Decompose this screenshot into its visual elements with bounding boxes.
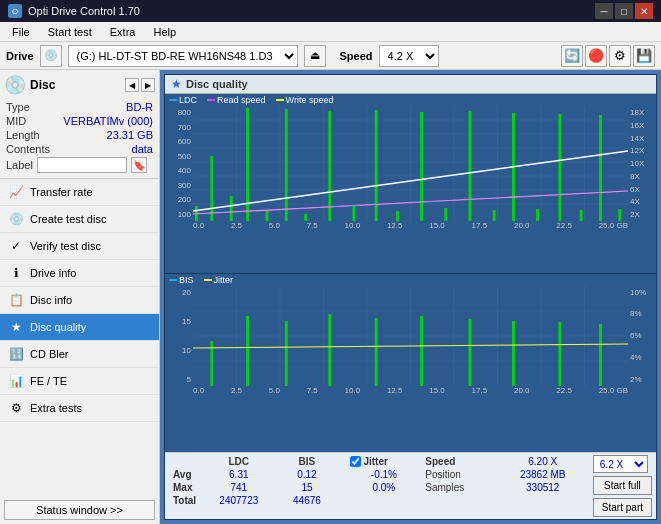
sidebar-item-verify-test-disc[interactable]: ✓ Verify test disc	[0, 233, 159, 260]
type-value: BD-R	[126, 101, 153, 113]
disc-prev-button[interactable]: ◀	[125, 78, 139, 92]
y2-15: 15	[165, 317, 191, 326]
menu-bar: File Start test Extra Help	[0, 22, 661, 42]
x1-17.5: 17.5	[472, 221, 488, 230]
minimize-button[interactable]: ─	[595, 3, 613, 19]
legend-write-speed-label: Write speed	[286, 95, 334, 105]
settings-button[interactable]: ⚙	[609, 45, 631, 67]
drive-bar: Drive 💿 (G:) HL-DT-ST BD-RE WH16NS48 1.D…	[0, 42, 661, 70]
menu-start-test[interactable]: Start test	[40, 24, 100, 40]
total-label: Total	[169, 494, 200, 507]
y2r-8pct: 8%	[630, 309, 656, 318]
start-full-button[interactable]: Start full	[593, 476, 652, 495]
y2-5: 5	[165, 375, 191, 384]
create-test-disc-label: Create test disc	[30, 213, 106, 225]
sidebar-item-create-test-disc[interactable]: 💿 Create test disc	[0, 206, 159, 233]
svg-rect-22	[304, 214, 307, 221]
svg-rect-52	[328, 314, 331, 386]
window-controls: ─ □ ✕	[595, 3, 653, 19]
menu-help[interactable]: Help	[145, 24, 184, 40]
disc-next-button[interactable]: ▶	[141, 78, 155, 92]
svg-rect-32	[536, 209, 539, 221]
app-icon: O	[8, 4, 22, 18]
maximize-button[interactable]: □	[615, 3, 633, 19]
create-test-disc-icon: 💿	[8, 211, 24, 227]
svg-rect-56	[512, 321, 515, 386]
drive-icon-button[interactable]: 💿	[40, 45, 62, 67]
burn-button[interactable]: 🔴	[585, 45, 607, 67]
sidebar-item-disc-quality[interactable]: ★ Disc quality	[0, 314, 159, 341]
jitter-header: Jitter	[363, 456, 387, 467]
x2-15: 15.0	[429, 386, 445, 395]
x1-7.5: 7.5	[307, 221, 318, 230]
legend-read-speed: Read speed	[207, 95, 266, 105]
y1-500: 500	[165, 152, 191, 161]
transfer-rate-label: Transfer rate	[30, 186, 93, 198]
y2r-6pct: 6%	[630, 331, 656, 340]
svg-rect-18	[230, 196, 233, 221]
sidebar-item-transfer-rate[interactable]: 📈 Transfer rate	[0, 179, 159, 206]
close-button[interactable]: ✕	[635, 3, 653, 19]
jitter-checkbox[interactable]	[350, 456, 361, 467]
start-part-button[interactable]: Start part	[593, 498, 652, 517]
disc-quality-icon: ★	[8, 319, 24, 335]
drive-label: Drive	[6, 50, 34, 62]
bis-chart-svg	[193, 286, 628, 386]
sidebar-item-disc-info[interactable]: 📋 Disc info	[0, 287, 159, 314]
length-label: Length	[6, 129, 40, 141]
extra-tests-label: Extra tests	[30, 402, 82, 414]
svg-rect-26	[396, 211, 399, 221]
legend-jitter-label: Jitter	[214, 275, 234, 285]
x2-25: 25.0 GB	[599, 386, 628, 395]
y1r-4x: 4X	[630, 197, 656, 206]
samples-val: 330512	[499, 481, 587, 494]
svg-rect-29	[469, 111, 472, 221]
y1-300: 300	[165, 181, 191, 190]
y1r-16x: 16X	[630, 121, 656, 130]
main-content: ★ Disc quality LDC Read speed	[160, 70, 661, 524]
speed-dropdown[interactable]: 6.2 X	[593, 455, 648, 473]
x1-0: 0.0	[193, 221, 204, 230]
sidebar-item-extra-tests[interactable]: ⚙ Extra tests	[0, 395, 159, 422]
menu-extra[interactable]: Extra	[102, 24, 144, 40]
max-jitter: 0.0%	[346, 481, 421, 494]
verify-test-disc-icon: ✓	[8, 238, 24, 254]
drive-select[interactable]: (G:) HL-DT-ST BD-RE WH16NS48 1.D3	[68, 45, 298, 67]
legend-bis: BIS	[169, 275, 194, 285]
disc-section-title: Disc	[30, 78, 55, 92]
save-button[interactable]: 💾	[633, 45, 655, 67]
app-title: Opti Drive Control 1.70	[28, 5, 140, 17]
disc-info-icon: 📋	[8, 292, 24, 308]
sidebar-item-fe-te[interactable]: 📊 FE / TE	[0, 368, 159, 395]
avg-ldc: 6.31	[200, 468, 277, 481]
max-label: Max	[169, 481, 200, 494]
drive-info-label: Drive info	[30, 267, 76, 279]
avg-jitter: -0.1%	[346, 468, 421, 481]
contents-label: Contents	[6, 143, 50, 155]
x2-20: 20.0	[514, 386, 530, 395]
avg-bis: 0.12	[277, 468, 336, 481]
x1-22.5: 22.5	[556, 221, 572, 230]
ldc-chart-svg	[193, 106, 628, 221]
x2-12.5: 12.5	[387, 386, 403, 395]
menu-file[interactable]: File	[4, 24, 38, 40]
refresh-button[interactable]: 🔄	[561, 45, 583, 67]
label-input[interactable]	[37, 157, 127, 173]
svg-rect-36	[618, 209, 621, 221]
y1r-8x: 8X	[630, 172, 656, 181]
x2-5: 5.0	[269, 386, 280, 395]
speed-select[interactable]: 4.2 X	[379, 45, 439, 67]
label-edit-button[interactable]: 🔖	[131, 157, 147, 173]
status-window-button[interactable]: Status window >>	[4, 500, 155, 520]
sidebar-item-drive-info[interactable]: ℹ Drive info	[0, 260, 159, 287]
svg-rect-50	[246, 316, 249, 386]
eject-button[interactable]: ⏏	[304, 45, 326, 67]
y1-800: 800	[165, 108, 191, 117]
sidebar: 💿 Disc ◀ ▶ Type BD-R MID VERBATIMv (000)…	[0, 70, 160, 524]
sidebar-item-cd-bler[interactable]: 🔢 CD Bler	[0, 341, 159, 368]
y1-700: 700	[165, 123, 191, 132]
fe-te-label: FE / TE	[30, 375, 67, 387]
disc-quality-panel: ★ Disc quality LDC Read speed	[164, 74, 657, 520]
svg-rect-35	[599, 115, 602, 221]
disc-icon: 💿	[4, 74, 26, 96]
